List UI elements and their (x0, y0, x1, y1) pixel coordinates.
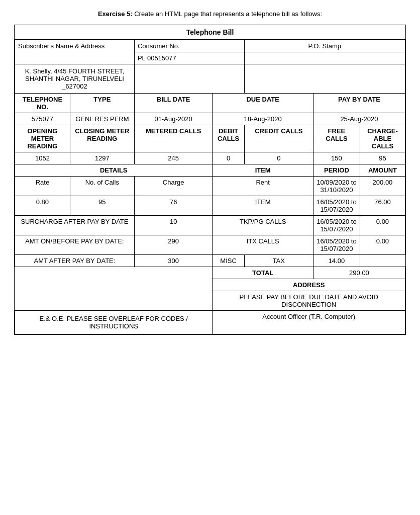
credit-calls-header: CREDIT CALLS (244, 125, 313, 152)
debit-calls-header: DEBIT CALLS (213, 125, 244, 152)
bill-date-header-text: BILL DATE (157, 96, 190, 103)
amt-before-row: AMT ON/BEFORE PAY BY DATE: 290 ITX CALLS… (15, 235, 405, 255)
address-msg-empty-cell (15, 291, 213, 311)
debit-calls-value: 0 (213, 152, 244, 164)
total-label: TOTAL (252, 269, 273, 277)
chargeable-calls-header-text: CHARGE-ABLE CALLS (367, 127, 398, 150)
address-label-cell: ADDRESS (213, 279, 405, 291)
opening-meter-value: 1052 (15, 152, 70, 164)
surcharge-row: SURCHARGE AFTER PAY BY DATE 10 TKP/PG CA… (15, 216, 405, 235)
consumer-no-label-cell: Consumer No. (134, 40, 244, 52)
tax-amount-cell: 14.00 (313, 255, 360, 267)
total-amount-cell: 290.00 (313, 267, 405, 279)
po-stamp-filled-cell (244, 64, 405, 94)
pay-by-date-header-text: PAY BY DATE (338, 96, 380, 103)
rate-row: Rate No. of Calls Charge Rent 10/09/2020… (15, 177, 405, 196)
type-value: GENL RES PERM (70, 113, 134, 125)
subscriber-label-cell: Subscriber's Name & Address (15, 40, 135, 64)
closing-meter-header: CLOSING METER READING (70, 125, 134, 152)
chargeable-calls-value: 95 (360, 152, 405, 164)
exercise-label: Exercise 5: (98, 10, 133, 18)
meter-values-row: 1052 1297 245 0 0 150 95 (15, 152, 405, 164)
surcharge-value-cell: 10 (134, 216, 213, 235)
rent-label-cell: Rent (213, 177, 313, 196)
closing-meter-header-text: CLOSING METER READING (75, 127, 129, 142)
amount-label-cell: AMOUNT (360, 164, 405, 177)
itx-period-cell: 16/05/2020 to 15/07/2020 (313, 235, 360, 255)
amt-after-label-cell: AMT AFTER PAY BY DATE: (15, 255, 135, 267)
surcharge-label-cell: SURCHARGE AFTER PAY BY DATE (15, 216, 135, 235)
metered-calls-header: METERED CALLS (134, 125, 213, 152)
meter-headers-row: OPENING METER READING CLOSING METER READ… (15, 125, 405, 152)
details-label: DETAILS (100, 166, 128, 174)
exercise-title: Exercise 5: Create an HTML page that rep… (10, 10, 410, 18)
tkp-label-cell: TKP/PG CALLS (213, 216, 313, 235)
subscriber-info: K. Shelly, 4/45 FOURTH STREET, SHANTHI N… (25, 67, 124, 90)
bill-title: Telephone Bill (15, 25, 405, 40)
opening-meter-header: OPENING METER READING (15, 125, 70, 152)
address-msg-row: PLEASE PAY BEFORE DUE DATE AND AVOID DIS… (15, 291, 405, 311)
tax-label-cell: TAX (244, 255, 313, 267)
footer-left-cell: E.& O.E. PLEASE SEE OVERLEAF FOR CODES /… (15, 311, 213, 334)
itx-amount-cell: 0.00 (360, 235, 405, 255)
due-date-value: 18-Aug-2020 (213, 113, 313, 125)
amount-label: AMOUNT (368, 166, 397, 174)
subscriber-row: Subscriber's Name & Address Consumer No.… (15, 40, 405, 52)
chargeable-calls-header: CHARGE-ABLE CALLS (360, 125, 405, 152)
pay-by-date-header: PAY BY DATE (313, 94, 405, 113)
footer-row: E.& O.E. PLEASE SEE OVERLEAF FOR CODES /… (15, 311, 405, 334)
amt-after-value-cell: 300 (134, 255, 213, 267)
rate-label-cell: Rate (15, 177, 70, 196)
tkp-period-cell: 16/05/2020 to 15/07/2020 (313, 216, 360, 235)
address-msg-cell: PLEASE PAY BEFORE DUE DATE AND AVOID DIS… (213, 291, 405, 311)
debit-calls-header-text: DEBIT CALLS (218, 127, 239, 142)
free-calls-value: 150 (313, 152, 360, 164)
address-empty-cell (15, 279, 213, 291)
rate-value-cell: 0.80 (15, 196, 70, 216)
address-row: K. Shelly, 4/45 FOURTH STREET, SHANTHI N… (15, 64, 405, 94)
amt-before-value-cell: 290 (134, 235, 213, 255)
item2-period-cell: 16/05/2020 to 15/07/2020 (313, 196, 360, 216)
bill-table: Subscriber's Name & Address Consumer No.… (15, 40, 405, 334)
address-row2: ADDRESS (15, 279, 405, 291)
tkp-amount-cell: 0.00 (360, 216, 405, 235)
item2-label-cell: ITEM (213, 196, 313, 216)
rent-period: 10/09/2020 to 31/10/2020 (317, 179, 357, 194)
footer-left: E.& O.E. PLEASE SEE OVERLEAF FOR CODES /… (39, 315, 187, 330)
closing-meter-value: 1297 (70, 152, 134, 164)
metered-calls-value: 245 (134, 152, 213, 164)
po-stamp-cell: P.O. Stamp (244, 40, 405, 52)
misc-label-cell: MISC (213, 255, 244, 267)
details-header-row: DETAILS ITEM PERIOD AMOUNT (15, 164, 405, 177)
po-stamp-label: P.O. Stamp (308, 42, 342, 50)
tkp-label: TKP/PG CALLS (240, 218, 286, 225)
rate-values-row: 0.80 95 76 ITEM 16/05/2020 to 15/07/2020… (15, 196, 405, 216)
telephone-header-text: TELEPHONE NO. (23, 96, 62, 111)
type-header-text: TYPE (93, 96, 111, 103)
charge-label-cell: Charge (134, 177, 213, 196)
bill-date-header: BILL DATE (134, 94, 213, 113)
subscriber-label: Subscriber's Name & Address (18, 42, 104, 50)
footer-right-cell: Account Officer (T.R. Computer) (213, 311, 405, 334)
amt-before-label-cell: AMT ON/BEFORE PAY BY DATE: (15, 235, 135, 255)
item-label: ITEM (255, 166, 271, 174)
due-date-header-text: DUE DATE (246, 96, 279, 103)
telephone-value: 575077 (15, 113, 70, 125)
period-label: PERIOD (324, 166, 349, 174)
tkp-period: 16/05/2020 to 15/07/2020 (317, 218, 357, 233)
credit-calls-value: 0 (244, 152, 313, 164)
item-label-cell: ITEM (213, 164, 313, 177)
item2-period: 16/05/2020 to 15/07/2020 (317, 198, 357, 213)
bill-container: Telephone Bill Subscriber's Name & Addre… (14, 25, 406, 335)
bill-values-row: 575077 GENL RES PERM 01-Aug-2020 18-Aug-… (15, 113, 405, 125)
telephone-header: TELEPHONE NO. (15, 94, 70, 113)
credit-calls-header-text: CREDIT CALLS (255, 127, 302, 135)
pay-by-date-value: 25-Aug-2020 (313, 113, 405, 125)
footer-right: Account Officer (T.R. Computer) (262, 313, 355, 320)
free-calls-header: FREE CALLS (313, 125, 360, 152)
consumer-no-label: Consumer No. (138, 42, 180, 50)
amt-after-label: AMT AFTER PAY BY DATE: (34, 257, 116, 265)
surcharge-label: SURCHARGE AFTER PAY BY DATE (21, 218, 128, 225)
consumer-no-filled-cell (134, 64, 244, 94)
itx-period: 16/05/2020 to 15/07/2020 (317, 237, 357, 252)
